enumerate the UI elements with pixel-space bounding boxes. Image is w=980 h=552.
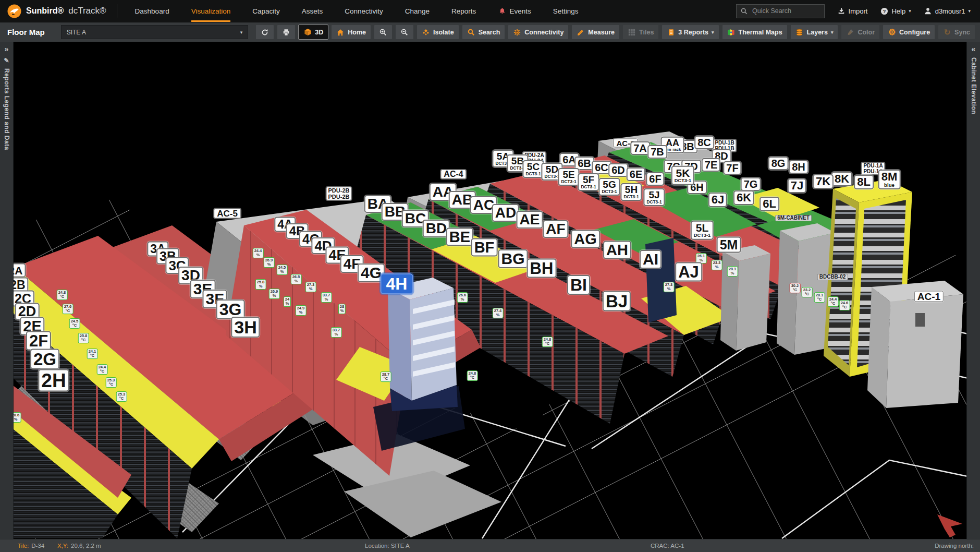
zoom-in-button[interactable] [374, 25, 392, 39]
reports-button[interactable]: 3 Reports▾ [662, 25, 718, 39]
rack-label-bf[interactable]: BF [471, 238, 498, 257]
tiles-button[interactable]: Tiles [623, 25, 658, 39]
rack-label-5f[interactable]: 5FDCT3-1 [578, 173, 599, 191]
rack-label-ac-4[interactable]: AC-4 [440, 170, 466, 179]
rack-label-5h[interactable]: 5HDCT3-1 [620, 183, 642, 201]
isolate-button[interactable]: Isolate [417, 25, 459, 39]
rack-label-7a[interactable]: 7A [630, 141, 650, 155]
nav-item-label: Reports [451, 7, 476, 15]
nav-item-label: Dashboard [135, 7, 169, 15]
rack-label-bi[interactable]: BI [567, 275, 590, 295]
chevron-down-icon: ▾ [968, 8, 971, 14]
quick-search-input[interactable] [751, 7, 820, 15]
rack-label-aj[interactable]: AJ [675, 262, 702, 282]
rack-label-ac-5[interactable]: AC-5 [214, 209, 241, 219]
nav-item-settings[interactable]: Settings [553, 0, 579, 22]
rack-label-6d[interactable]: 6D [608, 163, 628, 177]
rack-label-7g[interactable]: 7G [741, 177, 761, 191]
thermal-maps-label: Thermal Maps [739, 29, 782, 36]
refresh-button[interactable] [256, 25, 274, 39]
nav-item-dashboard[interactable]: Dashboard [135, 0, 169, 22]
rack-label-7b[interactable]: 7B [647, 145, 667, 159]
rack-label-bh[interactable]: BH [527, 259, 557, 278]
home-button[interactable]: Home [332, 25, 371, 39]
cabinet-elevation-panel-tab[interactable]: « Cabinet Elevation [966, 42, 980, 539]
floor-map-3d-view[interactable]: 27.9°C21%28.6%24.8°C27.6°C24.5°C25.8°C24… [0, 42, 980, 539]
nav-item-reports[interactable]: Reports [451, 0, 476, 22]
rack-label-4h[interactable]: 4H [381, 273, 413, 294]
rack-label-pdu-2b[interactable]: PDU-2BPDU-2B [326, 187, 352, 200]
rack-label-5k[interactable]: 5KDCT3-1 [671, 166, 694, 185]
rack-label-ah[interactable]: AH [603, 241, 631, 259]
rack-label-ae[interactable]: AE [517, 211, 543, 229]
nav-item-label: Assets [302, 7, 323, 15]
connectivity-button[interactable]: Connectivity [508, 25, 568, 39]
measure-button[interactable]: Measure [572, 25, 619, 39]
rack-label-2h[interactable]: 2H [38, 369, 69, 392]
rack-label-8m[interactable]: 8Mblue [878, 170, 901, 189]
help-menu[interactable]: ? Help ▾ [880, 7, 911, 15]
layers-button[interactable]: Layers▾ [791, 25, 838, 39]
rack-label-5m[interactable]: 5M [717, 237, 741, 253]
expand-panel-icon[interactable]: » [5, 45, 9, 53]
nav-item-visualization[interactable]: Visualization [191, 0, 231, 22]
rack-label-6f[interactable]: 6F [646, 172, 664, 186]
rack-label-3h[interactable]: 3H [231, 317, 260, 338]
view-title: Floor Map [7, 28, 45, 37]
rack-label-6j[interactable]: 6J [708, 193, 727, 207]
rack-label-8h[interactable]: 8H [789, 160, 808, 174]
user-menu[interactable]: d3mousr1 ▾ [924, 7, 971, 15]
doc-icon [667, 28, 675, 37]
nav-item-assets[interactable]: Assets [302, 0, 323, 22]
rack-label-6m-cabinet[interactable]: 6M-CABINET [775, 215, 812, 221]
rack-label-7j[interactable]: 7J [788, 178, 806, 193]
rack-label-8k[interactable]: 8K [831, 172, 852, 186]
rack-label-6l[interactable]: 6L [760, 197, 779, 211]
site-selector[interactable]: SITE A ▾ [61, 25, 249, 39]
rack-label-bj[interactable]: BJ [603, 291, 631, 311]
rack-label-7k[interactable]: 7K [813, 174, 834, 189]
zoom-out-button[interactable] [396, 25, 413, 39]
quick-search[interactable] [736, 4, 825, 18]
reports-legend-panel-tab[interactable]: » ✎ Reports Legend and Data [0, 42, 14, 539]
rack-label-bdcbb-02[interactable]: BDCBB-02 [817, 274, 848, 280]
rack-label-5l[interactable]: 5LDCT3-1 [691, 221, 714, 240]
view-3d-label: 3D [315, 29, 323, 36]
rack-label-8l[interactable]: 8L [854, 175, 874, 189]
print-button[interactable] [277, 25, 295, 39]
rack-label-bg[interactable]: BG [498, 249, 528, 268]
nav-item-events[interactable]: Events [498, 0, 531, 22]
rack-label-6e[interactable]: 6E [627, 167, 645, 181]
view-3d-button[interactable]: 3D [299, 25, 328, 39]
chevron-down-icon: ▾ [831, 30, 834, 35]
rack-label-ai[interactable]: AI [640, 250, 662, 269]
asterisk-icon [513, 28, 521, 37]
nav-item-capacity[interactable]: Capacity [252, 0, 280, 22]
nav-item-connectivity[interactable]: Connectivity [345, 0, 383, 22]
rack-label-ad[interactable]: AD [492, 204, 519, 222]
rack-label-ag[interactable]: AG [571, 230, 600, 248]
rack-label-af[interactable]: AF [543, 220, 568, 238]
nav-item-change[interactable]: Change [405, 0, 430, 22]
rack-label-7e[interactable]: 7E [702, 158, 720, 172]
sync-button[interactable]: ↻Sync [938, 25, 975, 39]
rack-label-ac-1[interactable]: AC-1 [914, 291, 944, 302]
rack-label-6k[interactable]: 6K [733, 190, 754, 205]
cabinet-5m-grey[interactable] [720, 245, 770, 351]
user-label: d3mousr1 [935, 7, 965, 15]
configure-button[interactable]: ⚙Configure [883, 25, 935, 39]
search-button[interactable]: Search [462, 25, 505, 39]
rack-label-be[interactable]: BE [446, 228, 473, 246]
rack-label-7f[interactable]: 7F [723, 161, 741, 175]
expand-panel-icon[interactable]: « [972, 45, 976, 53]
rack-label-5e[interactable]: 5EDCT3-1 [558, 168, 579, 186]
rack-label-8g[interactable]: 8G [768, 157, 789, 170]
import-button[interactable]: Import [837, 7, 868, 15]
thermal-maps-button[interactable]: Thermal Maps [722, 25, 787, 39]
rack-label-5g[interactable]: 5GDCT3-1 [598, 178, 620, 196]
rack-label-2f[interactable]: 2F [26, 331, 51, 351]
rack-label-5j[interactable]: 5JDCT3-1 [643, 188, 665, 206]
rack-label-8c[interactable]: 8C [694, 136, 714, 149]
color-button[interactable]: Color [841, 25, 879, 39]
rack-label-2g[interactable]: 2G [30, 349, 59, 369]
